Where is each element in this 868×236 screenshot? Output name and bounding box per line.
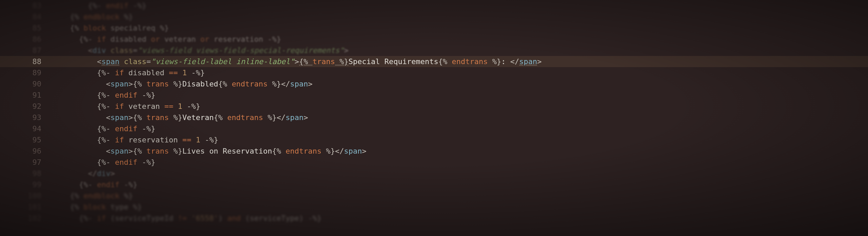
code-line[interactable]: {%- endif -%} [61, 123, 868, 134]
line-number: 102 [0, 213, 47, 224]
code-line[interactable]: {%- endif -%} [61, 0, 868, 11]
line-number: 85 [0, 22, 47, 34]
code-line[interactable]: </div> [61, 168, 868, 179]
code-line[interactable]: <span>{% trans %}Lives on Reservation{% … [61, 145, 868, 157]
code-line[interactable]: {%- endif -%} [61, 179, 868, 190]
line-number: 93 [0, 112, 47, 123]
line-number: 92 [0, 101, 47, 112]
line-number: 83 [0, 0, 47, 11]
line-number-current: 88 [0, 56, 47, 67]
line-number: 101 [0, 201, 47, 213]
line-number: 98 [0, 168, 47, 179]
code-line-current[interactable]: <span class="views-field-label inline-la… [61, 56, 868, 67]
line-number: 87 [0, 45, 47, 56]
line-number: 90 [0, 78, 47, 90]
code-line[interactable]: {%- endif -%} [61, 90, 868, 101]
code-line[interactable]: <div class="views-field views-field-spec… [61, 45, 868, 56]
code-line[interactable]: {%- if disabled == 1 -%} [61, 67, 868, 78]
code-line[interactable]: {% block specialreq %} [61, 22, 868, 34]
code-line[interactable]: <span>{% trans %}Disabled{% endtrans %}<… [61, 78, 868, 90]
line-number: 84 [0, 11, 47, 22]
line-number: 97 [0, 157, 47, 168]
line-number: 99 [0, 179, 47, 190]
code-line[interactable]: {%- if reservation == 1 -%} [61, 134, 868, 145]
line-number-gutter: 83 84 85 86 87 88 89 90 91 92 93 94 95 9… [0, 0, 47, 236]
code-line[interactable]: {% block type %} [61, 201, 868, 213]
line-number: 91 [0, 90, 47, 101]
line-number: 94 [0, 123, 47, 134]
line-number: 89 [0, 67, 47, 78]
code-area[interactable]: {%- endif -%} {% endblock %} {% block sp… [61, 0, 868, 224]
code-line[interactable]: {% endblock %} [61, 11, 868, 22]
code-editor[interactable]: 83 84 85 86 87 88 89 90 91 92 93 94 95 9… [0, 0, 868, 236]
code-line[interactable]: {%- if disabled or veteran or reservatio… [61, 34, 868, 45]
line-number: 100 [0, 190, 47, 201]
code-line[interactable]: {%- endif -%} [61, 157, 868, 168]
code-line[interactable]: {%- if veteran == 1 -%} [61, 101, 868, 112]
line-number: 96 [0, 145, 47, 157]
line-number: 95 [0, 134, 47, 145]
code-line[interactable]: {%- if (serviceTypeId != '6558') and (se… [61, 213, 868, 224]
code-line[interactable]: <span>{% trans %}Veteran{% endtrans %}</… [61, 112, 868, 123]
line-number: 86 [0, 34, 47, 45]
code-line[interactable]: {% endblock %} [61, 190, 868, 201]
